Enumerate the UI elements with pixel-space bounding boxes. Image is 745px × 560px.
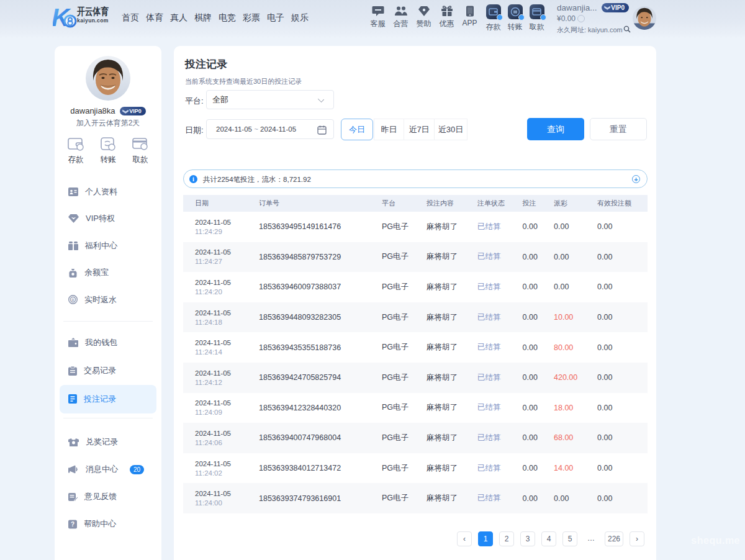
- svg-text:?: ?: [71, 521, 74, 528]
- svg-text:D: D: [71, 298, 74, 302]
